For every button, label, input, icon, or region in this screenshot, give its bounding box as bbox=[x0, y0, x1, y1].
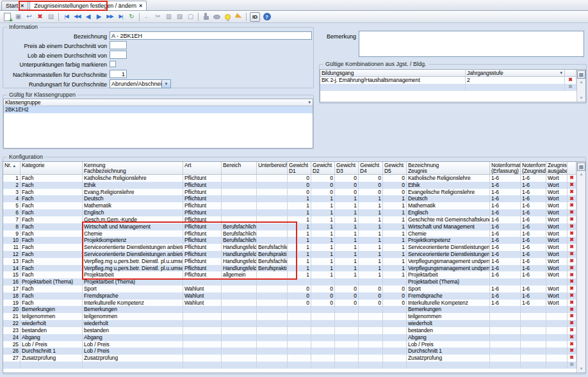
nav-last-button[interactable]: ▶| bbox=[115, 12, 126, 22]
konfig-row-20[interactable]: 20BemerkungenBemerkungenBemerkungen✖ bbox=[3, 306, 585, 313]
table-settings-button[interactable]: ▦ bbox=[577, 163, 585, 171]
delete-row-button[interactable]: ✖ bbox=[568, 244, 576, 251]
scroll-up-icon[interactable]: ▲ bbox=[577, 79, 585, 85]
preis-input[interactable] bbox=[110, 41, 127, 49]
konfig-row-21[interactable]: 21teilgenommenteilgenommenteilgenommen✖ bbox=[3, 313, 585, 320]
konfig-col-header-kennung[interactable]: KennungFachbezeichnung bbox=[83, 162, 183, 174]
lock-button[interactable] bbox=[200, 12, 211, 22]
scroll-down-icon[interactable]: ▼ bbox=[577, 365, 585, 372]
delete-row-button[interactable]: ✖ bbox=[568, 313, 576, 320]
delete-row-button[interactable]: ✖ bbox=[568, 209, 576, 216]
delete-row-button[interactable]: ✖ bbox=[568, 216, 576, 223]
konfig-col-header-nf_druck[interactable]: Notenformat(Zeugnisdruck) bbox=[521, 162, 546, 174]
delete-row-button[interactable]: ✖ bbox=[568, 306, 576, 313]
konfig-col-header-kategorie[interactable]: Kategorie bbox=[20, 162, 83, 174]
delete-row-button[interactable]: ✖ bbox=[568, 285, 576, 293]
kombi-scrollbar[interactable]: ▦ ▲ ▼ bbox=[576, 70, 585, 102]
konfig-row-14[interactable]: 14FachVerpfleg.mg u.pers.betr. Dienstl. … bbox=[3, 265, 585, 272]
bezeichnung-input[interactable] bbox=[110, 31, 312, 40]
konfig-col-header-art[interactable]: Art bbox=[183, 162, 222, 174]
help-button[interactable]: ? bbox=[261, 12, 272, 22]
delete-row-button[interactable]: ✖ bbox=[568, 341, 576, 348]
scroll-up-icon[interactable]: ▲ bbox=[577, 171, 585, 177]
delete-row-button[interactable]: ✖ bbox=[568, 265, 576, 272]
delete-row-button[interactable]: ✖ bbox=[568, 320, 576, 327]
new-record-button[interactable] bbox=[2, 12, 13, 22]
konfig-col-header-d1[interactable]: GewichtD1 bbox=[288, 162, 311, 174]
konfig-row-empty[interactable]: ✖ bbox=[3, 362, 585, 369]
konfig-row-4[interactable]: 4FachDeutschPflichtunt11111Deutsch1-61-6… bbox=[3, 195, 585, 202]
konfig-col-header-nr[interactable]: Nr. ▲ bbox=[3, 162, 20, 174]
konfig-row-19[interactable]: 19FachInterkulturelle KompetenzWahlunt00… bbox=[3, 300, 585, 307]
delete-row-button[interactable]: ✖ bbox=[568, 230, 576, 237]
delete-row-button[interactable]: ✖ bbox=[568, 327, 576, 334]
konfig-col-header-d2[interactable]: GewichtD2 bbox=[311, 162, 335, 174]
konfig-row-24[interactable]: 24AbgangAbgangAbgang✖ bbox=[3, 334, 585, 341]
delete-row-button[interactable]: ✖ bbox=[568, 223, 576, 230]
konfig-row-16[interactable]: 16Projektarbeit (Thema)Projektarbeit (Th… bbox=[3, 278, 585, 285]
delete-row-button[interactable]: ✖ bbox=[568, 182, 576, 189]
konfig-scrollbar[interactable]: ▦ ▲ ▼ bbox=[576, 162, 585, 373]
konfig-row-3[interactable]: 3FachEvang.ReligionslehrePflichtunt00000… bbox=[3, 189, 585, 196]
paste-button[interactable]: ▨ bbox=[174, 12, 185, 22]
refresh-button[interactable]: ↻ bbox=[126, 12, 137, 22]
delete-row-button[interactable]: ✖ bbox=[568, 334, 576, 341]
select-button[interactable]: ▢ bbox=[185, 12, 196, 22]
tab-zeugniseinstellungen[interactable]: Zeugniseinstellungen festlegen / ändern … bbox=[29, 1, 147, 10]
chevron-down-icon[interactable]: ▼ bbox=[161, 80, 170, 88]
nav-next-button[interactable]: ▶ bbox=[94, 12, 104, 22]
nachkommastellen-input[interactable] bbox=[110, 70, 127, 78]
nav-first-button[interactable]: |◀ bbox=[61, 12, 72, 22]
konfig-row-12[interactable]: 12FachServiceorientierte Dienstleistunge… bbox=[3, 251, 585, 258]
konfig-row-8[interactable]: 8FachWirtschaft und ManagementPflichtunt… bbox=[3, 223, 585, 230]
delete-button[interactable]: ✖ bbox=[35, 12, 45, 22]
chevron-down-icon[interactable]: ▼ bbox=[559, 70, 563, 76]
hint-button[interactable] bbox=[222, 12, 233, 22]
delete-row-button[interactable]: ✖ bbox=[568, 175, 576, 182]
tab-close-icon[interactable]: × bbox=[20, 3, 24, 9]
konfig-row-10[interactable]: 10FachProjektkompetenzPflichtuntBerufsfa… bbox=[3, 237, 585, 244]
delete-row-button[interactable]: ✖ bbox=[568, 293, 576, 300]
sort-ascending-icon[interactable]: ▲ bbox=[12, 164, 16, 168]
table-settings-button[interactable]: ▦ bbox=[577, 70, 585, 79]
klassengruppen-row-1[interactable]: 2BK1EH2 bbox=[4, 106, 313, 113]
delete-row-button[interactable]: ✖ bbox=[568, 362, 576, 369]
konfig-row-5[interactable]: 5FachMathematikPflichtunt11111Mathematik… bbox=[3, 202, 585, 209]
copy-button[interactable]: ▥ bbox=[163, 12, 174, 22]
delete-row-button[interactable]: ✖ bbox=[568, 348, 576, 355]
konfig-row-22[interactable]: 22wiederholtwiederholtwiederholt✖ bbox=[3, 320, 585, 327]
konfig-row-9[interactable]: 9FachChemiePflichtuntBerufsfachlich11111… bbox=[3, 230, 585, 237]
delete-row-button[interactable]: ✖ bbox=[568, 355, 576, 362]
konfig-col-header-d3[interactable]: GewichtD3 bbox=[335, 162, 359, 174]
undo-button[interactable]: ↩ bbox=[24, 12, 35, 22]
konfig-row-11[interactable]: 11FachServiceorientierte Dienstleistunge… bbox=[3, 244, 585, 251]
konfig-col-header-d4[interactable]: GewichtD4 bbox=[359, 162, 383, 174]
id-button[interactable]: ID bbox=[250, 12, 260, 22]
key-button[interactable] bbox=[211, 12, 222, 22]
back-button[interactable]: ← bbox=[142, 12, 152, 22]
delete-row-button[interactable]: ✖ bbox=[568, 258, 576, 265]
delete-row-button[interactable]: ✖ bbox=[568, 251, 576, 258]
konfig-row-6[interactable]: 6FachEnglischPflichtunt11111Englisch1-61… bbox=[3, 209, 585, 216]
kombi-col-header-bildungsgang[interactable]: Bildungsgang bbox=[320, 70, 466, 76]
save-button[interactable]: ▣ bbox=[13, 12, 24, 22]
kombi-row-empty[interactable]: ✖ bbox=[320, 84, 585, 91]
delete-row-button[interactable]: ✖ bbox=[568, 237, 576, 244]
nav-fast-prev-button[interactable]: ◀◀ bbox=[72, 12, 83, 22]
nav-fast-next-button[interactable]: ▶▶ bbox=[104, 12, 115, 22]
edit-table-button[interactable]: ▤ bbox=[45, 12, 56, 22]
konfig-row-13[interactable]: 13FachVerpfleg.mg u.pers.betr. Dienstl. … bbox=[3, 258, 585, 265]
lob-input[interactable] bbox=[110, 51, 127, 59]
delete-row-button[interactable]: ✖ bbox=[568, 300, 576, 307]
konfig-row-7[interactable]: 7FachGesch.m.Gem.-KundePflichtunt11111Ge… bbox=[3, 216, 585, 223]
konfig-col-header-nf_erfassung[interactable]: Notenformat(Erfassung) bbox=[490, 162, 521, 174]
delete-row-button[interactable]: ✖ bbox=[568, 189, 576, 196]
unterpunktungen-checkbox[interactable] bbox=[110, 61, 116, 67]
konfig-col-header-bereich[interactable]: Bereich bbox=[222, 162, 257, 174]
konfig-row-25[interactable]: 25Lob / PreisLob / PreisLob / Preis✖ bbox=[3, 341, 585, 348]
konfig-row-18[interactable]: 18FachFremdspracheWahlunt00000Fremdsprac… bbox=[3, 293, 585, 300]
delete-row-button[interactable]: ✖ bbox=[568, 278, 576, 285]
kombi-col-header-jahrgangsstufe[interactable]: Jahrgangsstufe ▼ bbox=[466, 70, 565, 76]
konfig-row-23[interactable]: 23bestandenbestandenbestanden✖ bbox=[3, 327, 585, 334]
konfig-col-header-bezeichnung[interactable]: BezeichnungZeugnis bbox=[407, 162, 490, 174]
